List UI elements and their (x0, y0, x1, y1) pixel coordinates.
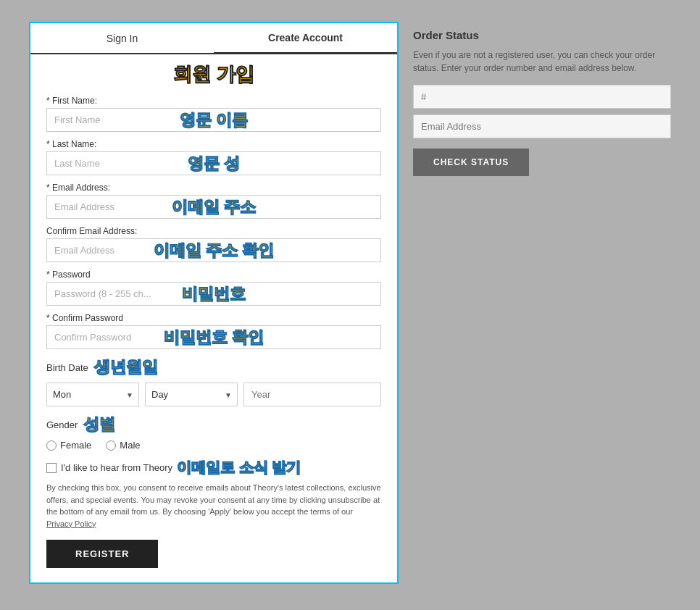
email-label: * Email Address: (46, 183, 381, 193)
confirm-password-label: * Confirm Password (46, 313, 381, 323)
order-number-input[interactable] (413, 85, 671, 109)
password-input[interactable] (46, 282, 381, 306)
birth-date-header: Birth Date 생년월일 (46, 356, 381, 378)
order-status-title: Order Status (413, 29, 671, 41)
month-select-wrap: Mon Jan Feb Mar Apr May Jun Jul Aug Sep … (46, 383, 139, 406)
gender-options: Female Male (46, 440, 381, 451)
confirm-email-group: Confirm Email Address: 이메일 주소 확인 (46, 226, 381, 262)
password-group: * Password 비밀번호 (46, 270, 381, 306)
first-name-overlay: 영문 이름 (46, 108, 381, 132)
tab-create-account[interactable]: Create Account (214, 23, 397, 54)
page-title: 회원 가입 (46, 62, 381, 87)
register-button[interactable]: REGISTER (46, 540, 158, 568)
confirm-password-group: * Confirm Password 비밀번호 확인 (46, 313, 381, 349)
password-label: * Password (46, 270, 381, 280)
male-label: Male (120, 440, 140, 451)
tab-sign-in[interactable]: Sign In (30, 23, 214, 53)
female-radio[interactable] (46, 440, 57, 451)
year-input[interactable] (243, 383, 381, 406)
female-label: Female (60, 440, 91, 451)
confirm-email-label: Confirm Email Address: (46, 226, 381, 236)
newsletter-checkbox[interactable] (46, 463, 57, 473)
newsletter-label: I'd like to hear from Theory (61, 462, 172, 473)
last-name-group: * Last Name: 영문 성 (46, 139, 381, 175)
create-account-panel: Sign In Create Account 회원 가입 * First Nam… (29, 22, 399, 584)
newsletter-korean-label: 이메일로 소식 받기 (177, 458, 301, 477)
newsletter-description: By checking this box, you consent to rec… (46, 482, 381, 530)
day-select[interactable]: Day for(let i=1;i<=31;i++) document.writ… (145, 383, 238, 406)
male-radio[interactable] (106, 440, 116, 451)
birth-date-label: Birth Date (46, 362, 88, 373)
gender-label: Gender (46, 419, 78, 430)
email-input[interactable] (46, 195, 381, 219)
last-name-label: * Last Name: (46, 139, 381, 149)
confirm-password-input[interactable] (46, 325, 381, 349)
confirm-email-overlay: 이메일 주소 확인 (46, 238, 381, 262)
password-overlay: 비밀번호 (46, 282, 381, 306)
birth-date-korean-label: 생년월일 (94, 356, 158, 378)
order-status-panel: Order Status Even if you are not a regis… (413, 22, 671, 584)
first-name-group: * First Name: 영문 이름 (46, 96, 381, 132)
confirm-email-input[interactable] (46, 238, 381, 262)
newsletter-row: I'd like to hear from Theory 이메일로 소식 받기 (46, 458, 381, 477)
order-email-input[interactable] (413, 114, 671, 138)
first-name-input[interactable] (46, 108, 381, 132)
first-name-label: * First Name: (46, 96, 381, 106)
month-select[interactable]: Mon Jan Feb Mar Apr May Jun Jul Aug Sep … (46, 383, 139, 406)
email-overlay: 이메일 주소 (46, 195, 381, 219)
male-option[interactable]: Male (106, 440, 140, 451)
confirm-password-overlay: 비밀번호 확인 (46, 325, 381, 349)
day-select-wrap: Day for(let i=1;i<=31;i++) document.writ… (145, 383, 238, 406)
auth-tabs: Sign In Create Account (30, 23, 397, 54)
last-name-input[interactable] (46, 151, 381, 175)
birth-date-inputs: Mon Jan Feb Mar Apr May Jun Jul Aug Sep … (46, 383, 381, 406)
gender-korean-label: 성별 (83, 414, 115, 435)
check-status-button[interactable]: CHECK STATUS (413, 149, 529, 176)
privacy-policy-link[interactable]: Privacy Policy (46, 519, 96, 528)
gender-section: Gender 성별 Female Male (46, 414, 381, 451)
birth-date-group: Birth Date 생년월일 Mon Jan Feb Mar Apr May … (46, 356, 381, 406)
gender-header: Gender 성별 (46, 414, 381, 435)
last-name-overlay: 영문 성 (46, 151, 381, 175)
newsletter-section: I'd like to hear from Theory 이메일로 소식 받기 … (46, 458, 381, 530)
female-option[interactable]: Female (46, 440, 91, 451)
email-group: * Email Address: 이메일 주소 (46, 183, 381, 219)
order-status-description: Even if you are not a registered user, y… (413, 49, 671, 75)
